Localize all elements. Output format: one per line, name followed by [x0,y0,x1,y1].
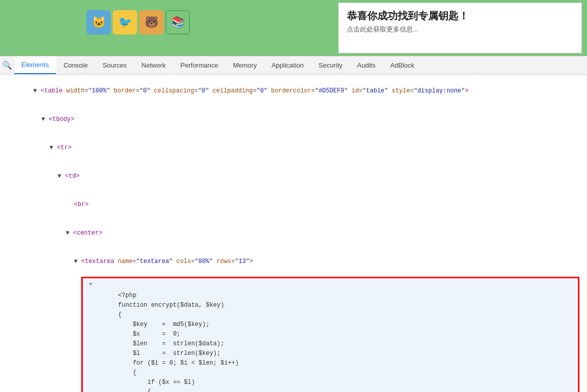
tab-audits[interactable]: Audits [350,56,383,74]
code-content-box: " <?php function encrypt($data, $key) { … [81,277,579,392]
tab-performance[interactable]: Performance [173,56,225,74]
html-line-center: ▼ <center> [0,219,587,247]
webpage-title: 恭喜你成功找到专属钥匙！ [347,9,573,23]
tab-network[interactable]: Network [135,56,174,74]
webpage-area: 🐱 🐦 🐻 📚 恭喜你成功找到专属钥匙！ 点击此处获取更多信息... [0,0,587,56]
webpage-icons: 🐱 🐦 🐻 📚 [86,10,190,35]
html-line-table: ▼ <table width="100%" border="0" cellspa… [0,77,587,105]
icon-box-2: 🐦 [113,10,137,35]
devtools-body: ▼ <table width="100%" border="0" cellspa… [0,75,587,392]
elements-panel: ▼ <table width="100%" border="0" cellspa… [0,75,587,392]
webpage-content-box: 恭喜你成功找到专属钥匙！ 点击此处获取更多信息... [338,3,582,53]
tab-application[interactable]: Application [265,56,312,74]
html-line-tbody: ▼ <tbody> [0,105,587,134]
tab-console[interactable]: Console [56,56,95,74]
tab-elements[interactable]: Elements [14,56,56,74]
devtools-tabs: 🔍 Elements Console Sources Network Perfo… [0,56,587,75]
html-line-tr: ▼ <tr> [0,134,587,162]
tab-adblock[interactable]: AdBlock [383,56,422,74]
webpage-subtitle: 点击此处获取更多信息... [347,25,573,34]
html-line-td: ▼ <td> [0,162,587,190]
html-line-br: <br> [0,190,587,219]
tab-sources[interactable]: Sources [95,56,135,74]
html-line-textarea: ▼ <textarea name="textarea" cols="80%" r… [0,247,587,276]
icon-box-1: 🐱 [86,10,111,35]
tab-memory[interactable]: Memory [226,56,265,74]
inspect-icon[interactable]: 🔍 [0,56,14,74]
devtools-panel: 🔍 Elements Console Sources Network Perfo… [0,56,587,392]
tab-security[interactable]: Security [311,56,350,74]
icon-box-4: 📚 [166,10,190,35]
icon-box-3: 🐻 [139,10,164,35]
